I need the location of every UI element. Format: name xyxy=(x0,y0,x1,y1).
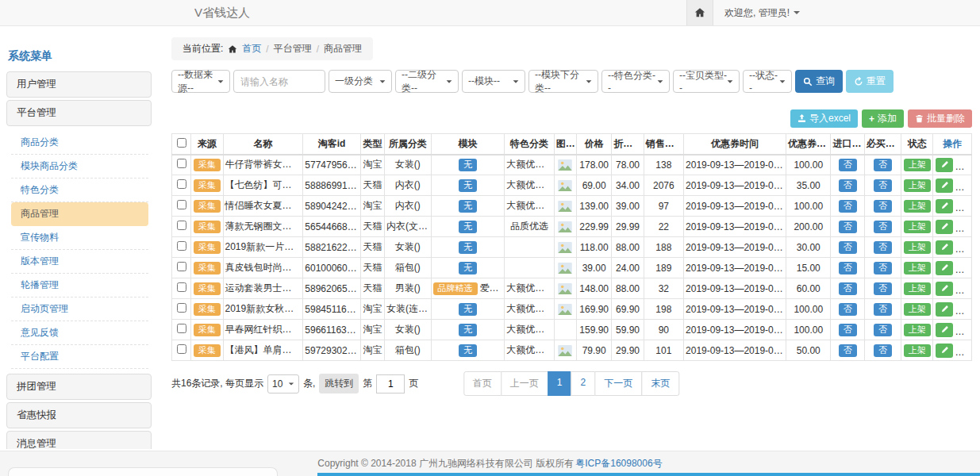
caret-down-icon xyxy=(289,382,294,385)
name-input[interactable] xyxy=(233,70,325,93)
status-select[interactable]: --状态-- xyxy=(743,70,792,93)
edit-button[interactable] xyxy=(936,220,953,234)
jump-button[interactable]: 跳转到 xyxy=(319,374,359,393)
edit-button[interactable] xyxy=(936,282,953,296)
item-type-select[interactable]: --宝贝类型-- xyxy=(673,70,740,93)
row-checkbox[interactable] xyxy=(177,282,186,292)
sidebar-subitem[interactable]: 商品管理 xyxy=(11,202,148,226)
price-cell: 79.90 xyxy=(576,340,611,361)
user-menu[interactable]: 欢迎您, 管理员! xyxy=(724,6,800,20)
pagination-button[interactable]: 下一页 xyxy=(594,371,642,396)
pagination-button[interactable]: 2 xyxy=(571,371,596,396)
table-row: 采集2019新款一片式系...588216228899天猫女装()无118.00… xyxy=(172,237,972,258)
name-cell: 2019新款女秋薄款... xyxy=(223,299,303,320)
operation-cell xyxy=(933,155,972,175)
sidebar-section[interactable]: 省惠快报 xyxy=(6,402,152,428)
product-thumbnail xyxy=(558,263,572,274)
status-badge: 上架 xyxy=(904,241,931,254)
feature-cell: 大额优惠券 xyxy=(505,196,554,217)
pagination-button[interactable]: 1 xyxy=(548,371,572,396)
row-checkbox[interactable] xyxy=(177,241,186,251)
sidebar-subitem[interactable]: 模块商品分类 xyxy=(11,155,148,178)
sidebar-subitem[interactable]: 轮播管理 xyxy=(11,274,148,298)
edit-button[interactable] xyxy=(936,261,953,275)
row-checkbox[interactable] xyxy=(177,303,186,313)
sidebar-submenu: 商品分类模块商品分类特色分类商品管理宣传物料版本管理轮播管理启动页管理意见反馈平… xyxy=(6,129,152,371)
sidebar-subitem[interactable]: 特色分类 xyxy=(11,178,148,202)
coupon-amount-cell: 30.00 xyxy=(786,237,831,258)
column-header: 图标 xyxy=(554,134,576,155)
import-select-badge: 否 xyxy=(839,303,857,316)
row-select-cell xyxy=(172,196,191,217)
module-subcategory-select[interactable]: --模块下分类-- xyxy=(528,70,598,93)
sidebar-section[interactable]: 用户管理 xyxy=(6,71,152,98)
pagination-button[interactable]: 末页 xyxy=(641,371,679,396)
row-checkbox[interactable] xyxy=(177,324,186,333)
price-cell: 178.00 xyxy=(576,155,611,175)
module-badge: 无 xyxy=(459,344,477,357)
row-checkbox[interactable] xyxy=(177,221,186,230)
edit-button[interactable] xyxy=(936,302,953,317)
row-checkbox[interactable] xyxy=(177,159,186,168)
batch-delete-button[interactable]: 批量删除 xyxy=(908,109,972,128)
coupon-time-cell: 2019-09-13—2019-09-17 xyxy=(684,299,786,320)
pagination-button[interactable]: 首页 xyxy=(463,371,502,396)
sales-cell: 97 xyxy=(644,196,683,217)
edit-button[interactable] xyxy=(936,199,953,213)
name-cell: 薄款无钢圈文胸聚拢性... xyxy=(223,217,303,237)
feature-category-select[interactable]: --特色分类-- xyxy=(601,70,670,93)
row-checkbox[interactable] xyxy=(177,262,186,271)
edit-button[interactable] xyxy=(936,323,953,337)
edit-button[interactable] xyxy=(936,178,953,193)
column-header: 状态 xyxy=(901,134,933,155)
sidebar-subitem[interactable]: 商品分类 xyxy=(11,131,148,155)
sales-cell: 32 xyxy=(644,278,683,299)
data-source-select[interactable]: --数据来源-- xyxy=(171,70,230,93)
sidebar-subitem[interactable]: 宣传物料 xyxy=(11,226,148,250)
select-all-checkbox[interactable] xyxy=(177,138,186,148)
sidebar-section[interactable]: 拼团管理 xyxy=(6,374,152,400)
status-badge: 上架 xyxy=(904,324,931,336)
icp-link[interactable]: 粤ICP备16098006号 xyxy=(575,457,662,470)
pagination-button[interactable]: 上一页 xyxy=(501,371,548,396)
bottom-blue-bar xyxy=(317,473,980,476)
sidebar-subitem[interactable]: 平台配置 xyxy=(11,345,148,369)
column-header: 名称 xyxy=(223,134,303,155)
import-excel-button[interactable]: 导入excel xyxy=(790,109,858,128)
sidebar-subitem[interactable]: 意见反馈 xyxy=(11,321,148,345)
must-buy-badge: 否 xyxy=(874,262,892,274)
page-number-input[interactable] xyxy=(376,374,405,393)
edit-button[interactable] xyxy=(936,344,953,358)
row-checkbox[interactable] xyxy=(177,200,186,209)
source-cell: 采集 xyxy=(191,237,223,258)
add-button[interactable]: + 添加 xyxy=(862,109,904,128)
row-checkbox[interactable] xyxy=(177,344,186,354)
edit-button[interactable] xyxy=(936,240,953,255)
sidebar-subitem[interactable]: 启动页管理 xyxy=(11,298,148,321)
per-page-select[interactable]: 10 xyxy=(267,374,299,393)
home-button[interactable] xyxy=(686,0,713,25)
coupon-time-cell: 2019-09-13—2019-09-19 xyxy=(684,237,786,258)
module-select[interactable]: --模块-- xyxy=(462,70,525,93)
edit-button[interactable] xyxy=(936,158,953,172)
level2-category-select[interactable]: --二级分类-- xyxy=(395,70,459,93)
status-badge: 上架 xyxy=(904,282,931,295)
upload-icon xyxy=(797,114,806,123)
level1-category-select[interactable]: 一级分类 xyxy=(329,70,392,93)
category-cell: 女装(连衣裙) xyxy=(385,299,431,320)
coupon-time-cell: 2019-09-13—2019-09-15 xyxy=(684,278,786,299)
breadcrumb: 当前位置: 首页 / 平台管理 / 商品管理 xyxy=(171,37,373,60)
price-cell: 139.00 xyxy=(576,196,611,217)
sales-cell: 2076 xyxy=(644,175,683,196)
breadcrumb-home-link[interactable]: 首页 xyxy=(242,42,261,56)
module-cell: 无 xyxy=(431,155,505,175)
search-button[interactable]: 查询 xyxy=(795,70,843,93)
operation-cell xyxy=(933,175,972,196)
sidebar-section[interactable]: 平台管理 xyxy=(6,100,152,126)
row-checkbox[interactable] xyxy=(177,179,186,189)
sidebar-subitem[interactable]: 版本管理 xyxy=(11,250,148,274)
column-header: 来源 xyxy=(191,134,223,155)
reset-button[interactable]: 重置 xyxy=(846,70,894,93)
breadcrumb-item: 平台管理 xyxy=(274,42,312,56)
sidebar-section[interactable]: 消息管理 xyxy=(6,431,152,449)
